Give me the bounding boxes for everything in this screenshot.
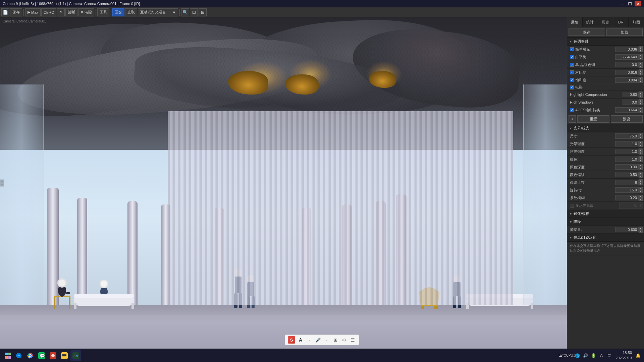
spinup-saturation[interactable]: ▲ ▼ [639, 77, 643, 83]
spin-down-aces[interactable]: ▼ [639, 110, 643, 113]
settings-icon[interactable]: ⚙ [341, 337, 347, 343]
rgb-curves-value[interactable]: 0.0 [615, 62, 639, 67]
spinup-streak-rotate[interactable]: ▲ ▼ [639, 187, 643, 193]
streak-rotate-value[interactable]: 15.0 [615, 187, 639, 193]
spin-up-wb[interactable]: ▲ [639, 54, 643, 57]
tray-sound[interactable]: 🔊 [582, 352, 589, 359]
taskbar-icon-wechat[interactable]: 💬 [36, 350, 47, 361]
spinup-rgb[interactable]: ▲ ▼ [639, 62, 643, 68]
color-depth-value[interactable]: 0.30 [615, 164, 639, 170]
tray-antivirus[interactable]: 🛡 [606, 352, 613, 359]
clear-btn[interactable]: ✕ 清除 [78, 8, 94, 16]
spinup-streak-blur[interactable]: ▲ ▼ [639, 195, 643, 201]
checkbox-occlusion[interactable] [570, 204, 574, 208]
tray-input[interactable]: A [598, 352, 605, 359]
spinup-size[interactable]: ▲ ▼ [639, 133, 643, 139]
spin-up-contrast[interactable]: ▲ [639, 69, 643, 72]
checkbox-rgb[interactable] [570, 63, 574, 67]
checkbox-cinematic[interactable] [570, 85, 574, 89]
save-btn[interactable]: 保存 [10, 8, 22, 16]
spin-down[interactable]: ▼ [639, 49, 643, 52]
section-denoiser[interactable]: ▼ 降噪 [567, 218, 644, 226]
tab-lights[interactable]: 灯图 [629, 17, 644, 27]
panel-add-btn[interactable]: 加载 [606, 28, 643, 36]
denoise-value[interactable]: 0.600 [615, 227, 639, 232]
mic-icon[interactable]: 🎤 [315, 337, 321, 343]
streak-count-value[interactable]: 8 [615, 180, 639, 185]
spinup-simple-exposure[interactable]: ▲ ▼ [639, 46, 643, 52]
section-sharpen[interactable]: ▼ 锐化/模糊 [567, 210, 644, 218]
checkbox-aces[interactable] [570, 108, 574, 112]
interactive-dropdown[interactable]: 互动式灯光混合 ▼ [138, 8, 178, 16]
spinup-denoise[interactable]: ▲ ▼ [639, 227, 643, 233]
close-btn[interactable]: ✕ [635, 1, 641, 6]
spinup-aces[interactable]: ▲ ▼ [639, 107, 643, 113]
simple-exposure-value[interactable]: 0.036 [615, 47, 639, 52]
default-btn[interactable]: 预设 [611, 115, 643, 123]
spin-up-aces[interactable]: ▲ [639, 107, 643, 110]
taskbar-icon-notes[interactable] [59, 350, 70, 361]
white-balance-value[interactable]: 3554.640 [615, 54, 639, 60]
region-btn[interactable]: 区交 [112, 8, 124, 16]
tab-dr[interactable]: DR [613, 17, 629, 27]
taskbar-icon-app-red[interactable] [48, 350, 58, 361]
spin-up-rgb[interactable]: ▲ [639, 62, 643, 65]
saturation-value[interactable]: 0.004 [615, 77, 639, 83]
zoom-fit-btn[interactable]: ⊡ [190, 8, 198, 16]
spinup-highlight[interactable]: ▲ ▼ [639, 92, 643, 98]
spin-down-sat[interactable]: ▼ [639, 80, 643, 83]
search-btn[interactable]: 🔍 [181, 8, 189, 16]
spinup-streak-count[interactable]: ▲ ▼ [639, 179, 643, 185]
tray-battery[interactable]: 🔋 [590, 352, 597, 359]
checkbox-white-balance[interactable] [570, 55, 574, 59]
section-info[interactable]: ▼ 信息&TZ/汉化 [567, 234, 644, 242]
bloom-intensity-value[interactable]: 1.0 [615, 141, 639, 146]
notification-icon[interactable]: 🔔 [635, 352, 641, 359]
window-controls[interactable]: — ⧠ ✕ [619, 1, 641, 6]
taskbar-icon-chrome[interactable] [25, 350, 36, 361]
taskbar-icon-corona[interactable]: 3 d [70, 350, 81, 361]
spin-down-hl[interactable]: ▼ [639, 95, 643, 98]
bullet-icon[interactable]: · [323, 337, 330, 343]
render-max-btn[interactable]: ▶ Max [25, 8, 41, 16]
spin-down-contrast[interactable]: ▼ [639, 72, 643, 75]
start-button[interactable] [3, 350, 13, 361]
spinup-contrast[interactable]: ▲ ▼ [639, 69, 643, 75]
spin-up-rs[interactable]: ▲ [639, 99, 643, 102]
taskbar-clock[interactable]: 18:50 2025/7/13 [615, 350, 632, 361]
spinup-color-shift[interactable]: ▲ ▼ [639, 172, 643, 178]
rich-shadows-value[interactable]: 0.0 [622, 100, 639, 105]
panel-save-btn[interactable]: 保存 [569, 28, 605, 36]
spin-up-sat[interactable]: ▲ [639, 77, 643, 80]
spin-up[interactable]: ▲ [639, 46, 643, 49]
size-value[interactable]: 75.0 [615, 133, 639, 139]
spinup-color-depth[interactable]: ▲ ▼ [639, 164, 643, 170]
grid-icon[interactable]: ⊞ [332, 337, 339, 343]
checkbox-simple-exposure[interactable] [570, 47, 574, 51]
minimize-btn[interactable]: — [619, 1, 625, 6]
tab-history[interactable]: 历史 [598, 17, 613, 27]
tray-network[interactable]: 🌐 [574, 352, 581, 359]
glare-intensity-value[interactable]: 1.0 [615, 149, 639, 154]
fetch-btn[interactable]: 选取 [125, 8, 137, 16]
maximize-btn[interactable]: ⧠ [627, 1, 633, 6]
zoom-in-btn[interactable]: ⊞ [199, 8, 207, 16]
s-icon[interactable]: S [288, 336, 295, 344]
spin-down-rs[interactable]: ▼ [639, 102, 643, 105]
floating-input-bar[interactable]: S A · 🎤 · ⊞ ⚙ ☰ [285, 335, 359, 345]
spinup-glare[interactable]: ▲ ▼ [639, 148, 643, 155]
streak-blur-value[interactable]: 0.20 [615, 195, 639, 200]
spin-up-hl[interactable]: ▲ [639, 92, 643, 95]
reset-btn[interactable]: 重置 [577, 115, 609, 123]
spin-down-rgb[interactable]: ▼ [639, 65, 643, 68]
spinup-bloom[interactable]: ▲ ▼ [639, 141, 643, 147]
dot-icon[interactable]: · [306, 337, 313, 343]
section-tone-mapping[interactable]: ▼ 色调映射 [567, 38, 644, 46]
spinup-white-balance[interactable]: ▲ ▼ [639, 54, 643, 60]
highlight-compression-value[interactable]: 0.80 [622, 92, 639, 97]
ctrl-c-btn[interactable]: Ctrl+C [41, 8, 56, 16]
checkbox-contrast[interactable] [570, 70, 574, 74]
viewport[interactable]: Camera: Corona Camera001 [0, 17, 567, 349]
file-icon-btn[interactable]: 📄 [1, 8, 9, 16]
refresh-btn[interactable]: ↻ [57, 8, 65, 16]
